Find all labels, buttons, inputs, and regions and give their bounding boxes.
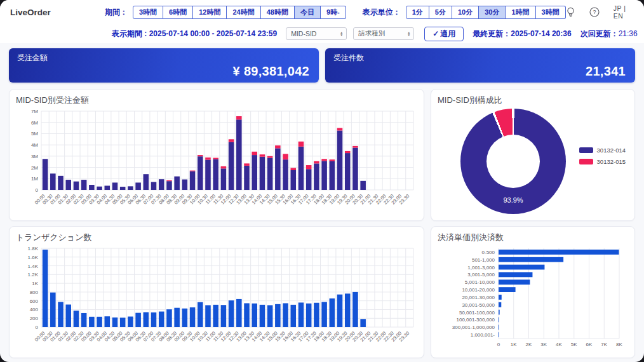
- period-button[interactable]: 3時間: [133, 6, 163, 19]
- bar-transactions: [89, 317, 95, 327]
- panel-order-amount-by-mid-sid: MID-SID別受注金額 01M2M3M4M5M6M7M00:0000:3001…: [9, 89, 424, 221]
- kpi-row: 受注金額 ¥ 89,381,042 受注件数 21,341: [0, 43, 644, 83]
- bar-30132-014: [166, 181, 172, 190]
- period-button[interactable]: 12時間: [193, 6, 227, 19]
- period-button[interactable]: 48時間: [261, 6, 295, 19]
- y-tick-label: 200: [30, 316, 39, 321]
- bar-30132-014: [144, 174, 149, 190]
- y-tick-label: 5M: [31, 131, 38, 137]
- bar-30132-014: [306, 169, 312, 190]
- lightbulb-icon[interactable]: [566, 6, 575, 18]
- bar-30132-015: [198, 155, 203, 156]
- panel-title: MID-SID別受注金額: [16, 95, 417, 106]
- bar-30132-014: [89, 185, 95, 190]
- svg-text:?: ?: [593, 9, 596, 15]
- y-tick-label: 800: [30, 290, 39, 295]
- bar-30132-014: [352, 148, 358, 190]
- bar-30132-015: [205, 158, 211, 160]
- y-tick-label: 0: [36, 325, 39, 330]
- bar-30132-014: [65, 180, 71, 190]
- language-switcher[interactable]: JP | EN: [614, 4, 633, 20]
- bar-transactions: [205, 305, 211, 327]
- bar-transactions: [213, 305, 218, 327]
- bar-30132-014: [360, 181, 366, 190]
- unit-button[interactable]: 10分: [452, 6, 479, 19]
- period-button[interactable]: 9時-: [321, 6, 346, 19]
- bar-transactions: [221, 305, 227, 327]
- bar-30132-015: [330, 159, 335, 161]
- bar-30132-014: [58, 176, 64, 190]
- y-tick-label: 600: [30, 298, 39, 304]
- unit-button[interactable]: 1分: [406, 6, 429, 19]
- bar-transactions: [260, 305, 265, 327]
- bar-30132-014: [229, 142, 234, 190]
- period-button[interactable]: 6時間: [163, 6, 193, 19]
- category-label: 3,001-5,000: [467, 272, 495, 278]
- y-tick-label: 1M: [31, 176, 38, 182]
- bar-30132-014: [190, 171, 196, 190]
- bar-30132-015: [314, 161, 319, 164]
- y-tick-label: 3M: [31, 154, 38, 159]
- panel-title: トランザクション数: [16, 232, 417, 243]
- horizontal-bar-chart: 01K2K3K4K5K6K7K8K0-500501-1,0001,001-3,0…: [438, 245, 628, 355]
- bar-30132-015: [244, 163, 250, 166]
- bar-transactions: [174, 308, 180, 327]
- category-label: 20,001-30,000: [462, 295, 495, 300]
- bar-30132-014: [97, 187, 102, 190]
- brand-logo: LiveOrder: [10, 8, 105, 17]
- bar-30132-014: [244, 166, 250, 190]
- mid-sid-select[interactable]: MID-SID: [286, 27, 347, 40]
- bar-30132-014: [112, 182, 118, 190]
- bar-30132-014: [221, 168, 227, 190]
- bar-transactions: [50, 293, 56, 327]
- unit-button[interactable]: 3時間: [536, 6, 566, 19]
- bar-transactions: [74, 311, 79, 327]
- bar-1,001-3,000: [499, 265, 544, 270]
- bar-100,001-300,000: [499, 318, 499, 323]
- bar-30132-014: [260, 157, 265, 190]
- bar-transactions: [299, 302, 304, 327]
- bar-30132-014: [128, 186, 133, 190]
- legend-label: 30132-015: [597, 158, 626, 165]
- help-icon[interactable]: ?: [589, 6, 600, 18]
- bar-transactions: [352, 292, 358, 327]
- bar-transactions: [267, 305, 273, 327]
- bar-30132-015: [166, 180, 172, 181]
- bar-transactions: [314, 303, 319, 327]
- billing-type-select[interactable]: 請求種別: [353, 27, 414, 40]
- bar-transactions: [330, 298, 335, 327]
- y-tick-label: 7M: [31, 109, 38, 114]
- panel-transaction-count: トランザクション数 02004006008001K1.2K1.4K1.6K1.8…: [9, 226, 424, 358]
- bar-30132-015: [306, 165, 312, 169]
- y-tick-label: 6M: [31, 120, 38, 126]
- bar-1,000,001-: [499, 332, 499, 337]
- x-tick-label: 0: [497, 342, 500, 347]
- select-updown-icon: [407, 31, 410, 36]
- check-icon: ✓: [433, 29, 439, 38]
- apply-button[interactable]: ✓ 適用: [424, 27, 464, 41]
- x-tick-label: 3K: [540, 342, 547, 347]
- bar-501-1,000: [499, 257, 563, 262]
- bar-10,001-20,000: [499, 287, 516, 292]
- donut-ring: 93.9%: [460, 109, 566, 214]
- y-tick-label: 1.8K: [28, 246, 39, 251]
- bar-transactions: [360, 319, 366, 327]
- category-label: 5,001-10,000: [465, 279, 495, 285]
- unit-button[interactable]: 1時間: [506, 6, 535, 19]
- kpi-order-amount: 受注金額 ¥ 89,381,042: [9, 48, 319, 83]
- unit-button[interactable]: 5分: [429, 6, 452, 19]
- bar-30132-014: [267, 158, 273, 190]
- bar-30132-014: [151, 182, 157, 190]
- bar-transactions: [104, 316, 110, 327]
- category-label: 1,001-3,000: [467, 265, 495, 271]
- period-button[interactable]: 今日: [295, 6, 321, 19]
- bar-50,001-100,000: [499, 310, 500, 315]
- bar-30132-015: [321, 159, 327, 161]
- bar-transactions: [290, 305, 296, 327]
- unit-button[interactable]: 30分: [479, 6, 506, 19]
- kpi-label: 受注件数: [333, 53, 364, 64]
- bar-30132-015: [337, 128, 343, 131]
- category-label: 0-500: [482, 250, 495, 255]
- bar-30132-015: [283, 154, 288, 159]
- period-button[interactable]: 24時間: [227, 6, 260, 19]
